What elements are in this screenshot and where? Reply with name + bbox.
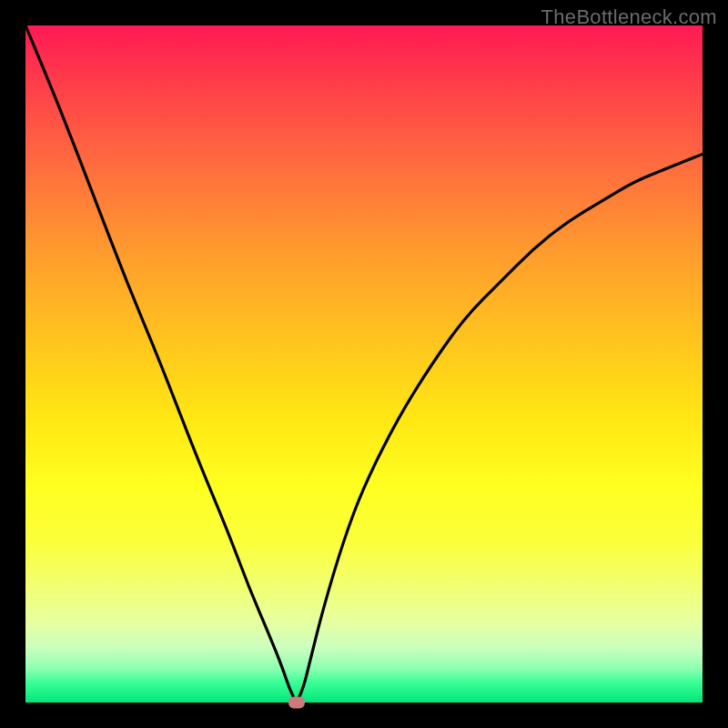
minimum-marker: [288, 697, 305, 709]
curve-layer: [25, 25, 703, 703]
plot-area: [25, 25, 703, 703]
bottleneck-curve: [25, 25, 703, 699]
chart-frame: TheBottleneck.com: [0, 0, 728, 728]
